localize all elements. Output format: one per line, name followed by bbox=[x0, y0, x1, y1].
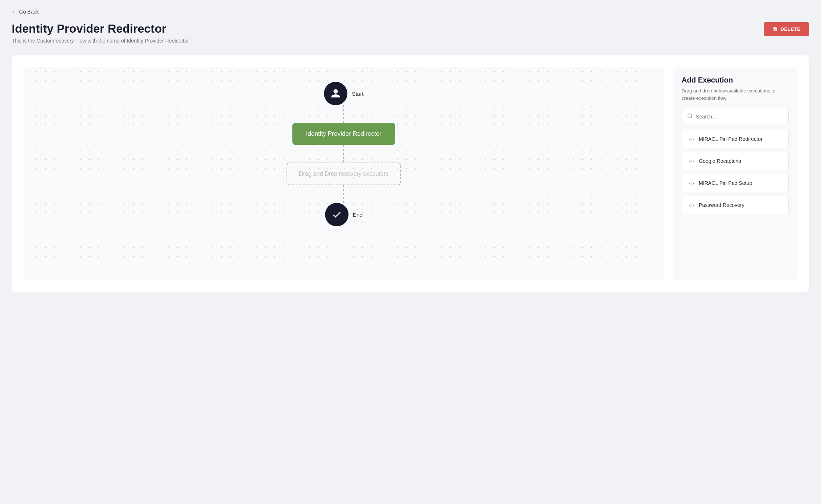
go-back-button[interactable]: ← Go Back bbox=[12, 9, 39, 15]
arrow-left-icon: ← bbox=[12, 9, 17, 15]
execution-item-label: MIRACL Pin Pad Setup bbox=[699, 180, 752, 186]
go-back-label: Go Back bbox=[19, 9, 39, 15]
code-icon: <> bbox=[689, 180, 694, 186]
code-icon: <> bbox=[689, 158, 694, 164]
flow-content: Start Identity Provider Redirector Drag … bbox=[23, 67, 664, 241]
check-icon bbox=[332, 209, 342, 220]
execution-item[interactable]: <> Password Recovery bbox=[682, 196, 789, 214]
main-container: Start Identity Provider Redirector Drag … bbox=[12, 55, 809, 292]
search-input[interactable] bbox=[696, 114, 783, 120]
flow-canvas: Start Identity Provider Redirector Drag … bbox=[23, 67, 664, 280]
connector-2 bbox=[343, 145, 344, 162]
end-circle bbox=[325, 203, 349, 226]
page-title: Identity Provider Redirector bbox=[12, 22, 189, 36]
flow-step[interactable]: Identity Provider Redirector bbox=[292, 123, 395, 145]
user-icon bbox=[331, 88, 341, 99]
execution-panel: Add Execution Drag and drop below availa… bbox=[673, 67, 798, 280]
end-label: End bbox=[353, 212, 363, 218]
start-label: Start bbox=[352, 91, 364, 97]
drop-zone[interactable]: Drag and Drop recovery executors bbox=[287, 162, 401, 185]
connector-1 bbox=[343, 105, 344, 123]
execution-items-list: <> MIRACL Pin Pad Redirector <> Google R… bbox=[682, 130, 789, 214]
panel-title: Add Execution bbox=[682, 76, 789, 84]
code-icon: <> bbox=[689, 202, 694, 208]
page-header: Identity Provider Redirector This is the… bbox=[12, 22, 809, 44]
search-box bbox=[682, 109, 789, 124]
end-node: End bbox=[325, 203, 363, 226]
panel-subtitle: Drag and drop below available executions… bbox=[682, 87, 789, 102]
delete-label: DELETE bbox=[781, 26, 800, 32]
header-text: Identity Provider Redirector This is the… bbox=[12, 22, 189, 44]
start-circle bbox=[324, 82, 347, 105]
execution-item[interactable]: <> MIRACL Pin Pad Setup bbox=[682, 174, 789, 192]
connector-3 bbox=[343, 185, 344, 203]
execution-item[interactable]: <> MIRACL Pin Pad Redirector bbox=[682, 130, 789, 148]
execution-item-label: MIRACL Pin Pad Redirector bbox=[699, 136, 763, 142]
page-subtitle: This is the Customrecovery Flow with the… bbox=[12, 38, 189, 44]
svg-point-0 bbox=[688, 114, 692, 118]
execution-item[interactable]: <> Google Recaptcha bbox=[682, 152, 789, 170]
trash-icon: 🗑 bbox=[773, 26, 778, 32]
start-node: Start bbox=[324, 82, 364, 105]
code-icon: <> bbox=[689, 136, 694, 142]
search-icon bbox=[687, 113, 693, 120]
execution-item-label: Password Recovery bbox=[699, 202, 745, 208]
execution-item-label: Google Recaptcha bbox=[699, 158, 741, 164]
delete-button[interactable]: 🗑 DELETE bbox=[764, 22, 809, 36]
